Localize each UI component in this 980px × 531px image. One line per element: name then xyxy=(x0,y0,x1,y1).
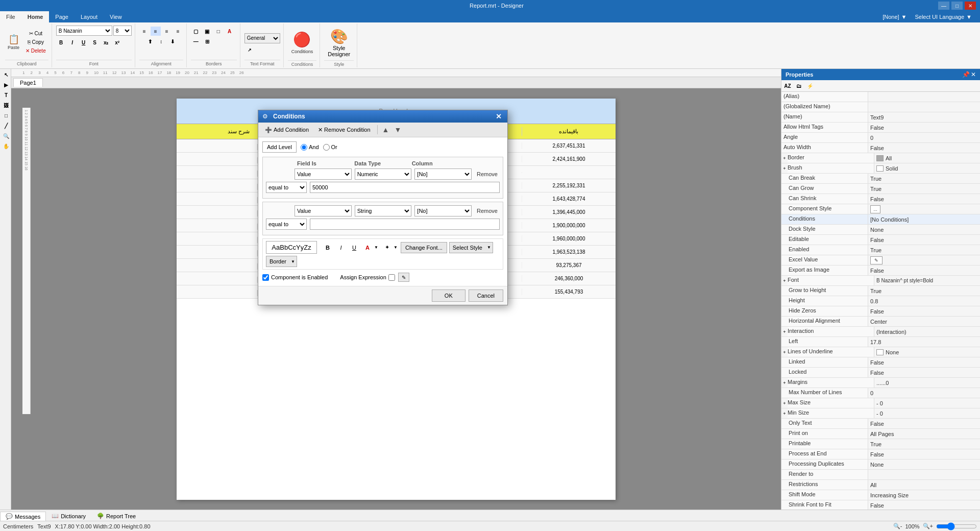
align-center-button[interactable]: ≡ xyxy=(151,27,161,36)
italic-button[interactable]: I xyxy=(67,38,78,47)
radio-or[interactable] xyxy=(323,144,330,151)
bold-button[interactable]: B xyxy=(56,38,66,47)
tab-view[interactable]: View xyxy=(104,11,128,22)
border-color-button[interactable]: A xyxy=(225,27,235,36)
condition-1-remove-button[interactable]: Remove xyxy=(475,171,500,177)
font-size-select[interactable]: 8 xyxy=(113,26,132,36)
dialog-cancel-button[interactable]: Cancel xyxy=(469,289,503,302)
border-style-button[interactable]: Border xyxy=(266,256,297,267)
zoom-in-icon[interactable]: 🔍+ xyxy=(923,523,933,529)
assign-expression-checkbox[interactable] xyxy=(388,274,395,281)
font-select[interactable]: B Nazanin xyxy=(56,26,112,36)
props-alpha-sort-button[interactable]: AZ xyxy=(782,81,793,90)
style-italic-button[interactable]: I xyxy=(335,242,347,253)
ruler-horizontal: 1 2 3 4 5 6 7 8 9 10 11 12 13 14 15 16 1… xyxy=(11,69,781,77)
maximize-button[interactable]: □ xyxy=(951,2,963,10)
align-top-button[interactable]: ⬆ xyxy=(145,37,155,46)
none-dropdown[interactable]: [None] ▼ xyxy=(878,11,911,22)
condition-2-operator-select[interactable]: equal to xyxy=(266,219,307,230)
excel-value-btn[interactable]: ✎ xyxy=(870,256,883,264)
props-category-sort-button[interactable]: 🗂 xyxy=(794,81,804,90)
zoom-out-icon[interactable]: 🔍- xyxy=(893,523,902,529)
border-btn-3[interactable]: □ xyxy=(213,27,224,36)
remove-condition-button[interactable]: ✕ Remove Condition xyxy=(314,124,374,135)
condition-1-field-select[interactable]: Value xyxy=(295,168,352,180)
tool-line[interactable]: ╱ xyxy=(1,121,11,130)
border-btn-1[interactable]: ▢ xyxy=(191,27,201,36)
condition-2-remove-button[interactable]: Remove xyxy=(475,208,500,214)
change-font-button[interactable]: Change Font... xyxy=(401,242,447,253)
condition-2-datatype-select[interactable]: String xyxy=(355,205,412,216)
component-style-btn[interactable]: ... xyxy=(870,205,880,213)
add-level-button[interactable]: Add Level xyxy=(262,141,297,153)
condition-1-datatype-select[interactable]: Numeric xyxy=(355,168,412,180)
add-condition-button[interactable]: ➕ Add Condition xyxy=(261,124,312,135)
props-events-button[interactable]: ⚡ xyxy=(805,81,815,90)
move-down-button[interactable]: ▼ xyxy=(393,126,403,134)
condition-2-field-select[interactable]: Value xyxy=(295,205,352,216)
condition-1-operator-select[interactable]: equal to xyxy=(266,182,307,193)
bottom-tab-report-tree[interactable]: 🌳 Report Tree xyxy=(91,511,141,521)
tool-select[interactable]: ↖ xyxy=(1,70,11,79)
tool-hand[interactable]: ✋ xyxy=(1,141,11,151)
component-enabled-checkbox[interactable] xyxy=(262,274,269,281)
superscript-button[interactable]: x² xyxy=(112,38,122,47)
condition-2-column-select[interactable]: [No] xyxy=(414,205,472,216)
dialog-close-button[interactable]: ✕ xyxy=(494,112,503,121)
close-button[interactable]: ✕ xyxy=(965,2,976,10)
align-right-button[interactable]: ≡ xyxy=(162,27,172,36)
minimize-button[interactable]: — xyxy=(938,2,949,10)
bottom-tab-messages[interactable]: 💬 Messages xyxy=(0,512,46,521)
tab-file[interactable]: File xyxy=(0,11,21,22)
condition-1-value-input[interactable] xyxy=(310,182,500,193)
delete-button[interactable]: ✕ Delete xyxy=(23,47,48,55)
condition-1-column-select[interactable]: [No] xyxy=(414,168,472,180)
style-designer-button[interactable]: 🎨 StyleDesigner xyxy=(324,25,354,60)
underline-button[interactable]: U xyxy=(79,38,89,47)
border-btn-2[interactable]: ▣ xyxy=(202,27,212,36)
tool-text[interactable]: T xyxy=(1,90,11,100)
style-font-color-dropdown[interactable]: ▼ xyxy=(373,242,379,253)
bottom-tab-dictionary[interactable]: 📖 Dictionary xyxy=(46,511,91,521)
paste-button[interactable]: 📋 Paste xyxy=(5,30,22,55)
tool-pointer[interactable]: ▶ xyxy=(1,80,11,89)
page1-tab[interactable]: Page1 xyxy=(13,78,43,87)
cut-button[interactable]: ✂ Cut xyxy=(23,30,48,37)
style-underline-button[interactable]: U xyxy=(349,242,360,253)
style-highlight-button[interactable]: ✦ xyxy=(381,242,393,253)
move-up-button[interactable]: ▲ xyxy=(381,126,391,134)
select-style-button[interactable]: Select Style xyxy=(449,242,493,253)
style-bold-button[interactable]: B xyxy=(322,242,333,253)
text-format-select[interactable]: General xyxy=(244,33,280,43)
dialog-ok-button[interactable]: OK xyxy=(432,289,465,302)
tool-zoom[interactable]: 🔍 xyxy=(1,131,11,140)
condition-2-value-input[interactable] xyxy=(310,219,500,230)
assign-expression-edit-button[interactable]: ✎ xyxy=(398,273,409,282)
align-middle-button[interactable]: ↕ xyxy=(156,37,166,46)
align-bottom-button[interactable]: ⬇ xyxy=(167,37,178,46)
props-pin-button[interactable]: 📌 xyxy=(962,71,970,78)
tab-home[interactable]: Home xyxy=(21,11,50,22)
props-close-button[interactable]: ✕ xyxy=(971,71,976,78)
copy-button[interactable]: ⎘ Copy xyxy=(23,38,48,46)
text-format-expand-button[interactable]: ↗ xyxy=(244,45,255,55)
tool-rect[interactable]: □ xyxy=(1,111,11,120)
radio-and[interactable] xyxy=(301,144,307,151)
conditions-button[interactable]: 🔴 Conditions xyxy=(288,25,317,60)
ui-language-selector[interactable]: Select UI Language ▼ xyxy=(911,14,976,20)
tab-layout[interactable]: Layout xyxy=(75,11,104,22)
border-expand-button[interactable]: ⊞ xyxy=(202,37,212,46)
justify-button[interactable]: ≡ xyxy=(173,27,183,36)
prop-row-brush: + Brush Solid xyxy=(781,163,980,174)
tab-page[interactable]: Page xyxy=(49,11,75,22)
subscript-button[interactable]: x₂ xyxy=(101,38,111,47)
align-left-button[interactable]: ≡ xyxy=(139,27,150,36)
border-style-button[interactable]: — xyxy=(191,37,201,46)
style-font-color-button[interactable]: A xyxy=(362,242,373,253)
zoom-slider[interactable] xyxy=(936,522,977,530)
radio-and-label[interactable]: And xyxy=(301,144,319,151)
tool-image[interactable]: 🖼 xyxy=(1,101,11,110)
strikethrough-button[interactable]: S xyxy=(90,38,100,47)
radio-or-label[interactable]: Or xyxy=(323,144,337,151)
style-highlight-dropdown[interactable]: ▼ xyxy=(393,242,399,253)
